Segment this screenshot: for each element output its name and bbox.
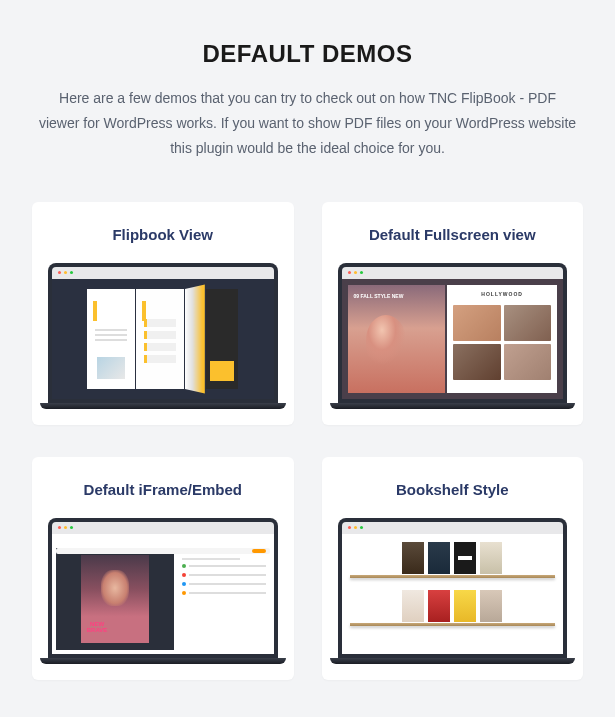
shelf-plank xyxy=(350,575,556,578)
screen-content xyxy=(342,534,564,654)
browser-chrome xyxy=(342,267,564,279)
bookshelf-row xyxy=(354,542,552,574)
traffic-light-min-icon xyxy=(354,271,357,274)
demo-grid: Flipbook View xyxy=(32,202,583,680)
embed-sidebar xyxy=(178,548,270,650)
traffic-light-max-icon xyxy=(70,526,73,529)
section-heading: DEFAULT DEMOS xyxy=(32,40,583,68)
demo-card-bookshelf[interactable]: Bookshelf Style xyxy=(322,457,584,680)
traffic-light-close-icon xyxy=(348,271,351,274)
bookshelf-row xyxy=(354,590,552,622)
embed-cover-text: NEW BRAVE xyxy=(87,621,108,633)
address-bar xyxy=(56,548,270,554)
demo-card-title: Default Fullscreen view xyxy=(338,226,568,243)
demo-card-flipbook[interactable]: Flipbook View xyxy=(32,202,294,425)
screen-content xyxy=(52,279,274,399)
magazine-title: HOLLYWOOD xyxy=(453,291,551,297)
screen-content: 09 FALL STYLE NEW HOLLYWOOD xyxy=(342,279,564,399)
flipbook-page-curl xyxy=(185,284,205,393)
laptop-mockup xyxy=(338,518,568,664)
traffic-light-min-icon xyxy=(354,526,357,529)
laptop-screen xyxy=(48,263,278,403)
laptop-base xyxy=(330,658,576,664)
browser-chrome xyxy=(52,267,274,279)
laptop-screen: 09 FALL STYLE NEW HOLLYWOOD xyxy=(338,263,568,403)
traffic-light-close-icon xyxy=(58,526,61,529)
traffic-light-min-icon xyxy=(64,271,67,274)
demo-card-title: Bookshelf Style xyxy=(338,481,568,498)
laptop-mockup: 09 FALL STYLE NEW HOLLYWOOD xyxy=(338,263,568,409)
laptop-base xyxy=(330,403,576,409)
demo-card-title: Default iFrame/Embed xyxy=(48,481,278,498)
browser-chrome xyxy=(342,522,564,534)
laptop-mockup xyxy=(48,263,278,409)
magazine-left-page: 09 FALL STYLE NEW xyxy=(348,285,446,393)
book-item xyxy=(402,542,424,574)
flipbook-left-page xyxy=(87,289,135,389)
flipbook-back-page xyxy=(206,289,238,389)
book-item xyxy=(402,590,424,622)
book-item xyxy=(480,590,502,622)
flipbook-right-page xyxy=(136,289,184,389)
shelf-plank xyxy=(350,623,556,626)
book-item xyxy=(428,590,450,622)
traffic-light-close-icon xyxy=(348,526,351,529)
traffic-light-max-icon xyxy=(70,271,73,274)
laptop-screen: NEW BRAVE xyxy=(48,518,278,658)
laptop-base xyxy=(40,403,286,409)
laptop-screen xyxy=(338,518,568,658)
traffic-light-max-icon xyxy=(360,526,363,529)
magazine-right-page: HOLLYWOOD xyxy=(447,285,557,393)
demo-card-fullscreen[interactable]: Default Fullscreen view 09 FALL STYLE NE… xyxy=(322,202,584,425)
book-item xyxy=(454,590,476,622)
laptop-base xyxy=(40,658,286,664)
traffic-light-min-icon xyxy=(64,526,67,529)
browser-chrome xyxy=(52,522,274,534)
magazine-badge: 09 FALL STYLE NEW xyxy=(354,293,404,299)
traffic-light-max-icon xyxy=(360,271,363,274)
book-item xyxy=(428,542,450,574)
screen-content: NEW BRAVE xyxy=(52,534,274,654)
section-subtitle: Here are a few demos that you can try to… xyxy=(38,86,578,162)
demo-card-title: Flipbook View xyxy=(48,226,278,243)
demo-card-iframe[interactable]: Default iFrame/Embed NEW BRAVE xyxy=(32,457,294,680)
embed-cover: NEW BRAVE xyxy=(81,555,149,643)
traffic-light-close-icon xyxy=(58,271,61,274)
embed-viewer: NEW BRAVE xyxy=(56,548,174,650)
book-item xyxy=(454,542,476,574)
book-item xyxy=(480,542,502,574)
laptop-mockup: NEW BRAVE xyxy=(48,518,278,664)
